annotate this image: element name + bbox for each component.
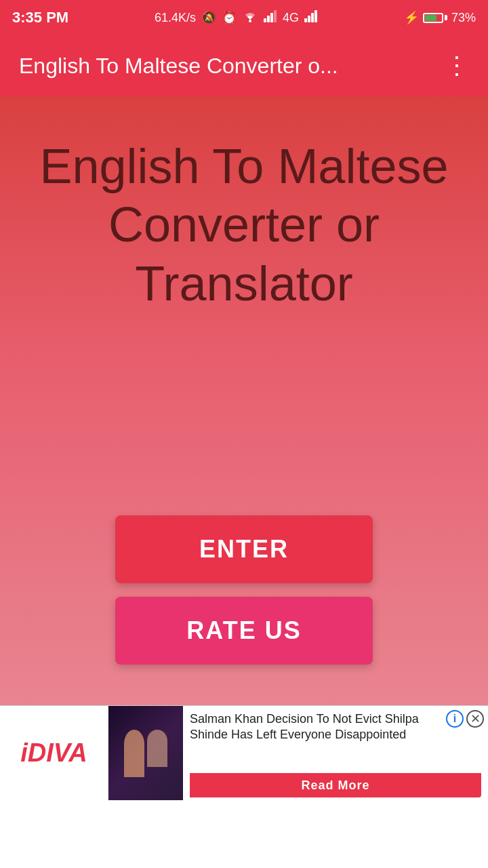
- status-time: 3:35 PM: [12, 9, 68, 26]
- rate-us-button[interactable]: RATE US: [115, 597, 373, 665]
- ad-controls: i ✕: [446, 710, 484, 728]
- mute-icon: 🔕: [201, 10, 216, 25]
- battery-percent: 73%: [451, 11, 476, 25]
- svg-rect-3: [270, 13, 273, 22]
- battery-icon: [423, 13, 447, 23]
- status-center: 61.4K/s 🔕 ⏰ 4G: [155, 10, 318, 26]
- bolt-icon: ⚡: [404, 10, 419, 25]
- ad-read-more-button[interactable]: Read More: [190, 773, 481, 797]
- signal2-icon: [304, 10, 318, 26]
- status-bar: 3:35 PM 61.4K/s 🔕 ⏰ 4G: [0, 0, 488, 35]
- overflow-menu-icon[interactable]: ⋮: [445, 52, 469, 80]
- ad-content: i ✕ Salman Khan Decision To Not Evict Sh…: [183, 706, 488, 800]
- ad-close-button[interactable]: ✕: [466, 710, 484, 728]
- main-content: English To Maltese Converter or Translat…: [0, 96, 488, 800]
- svg-rect-5: [304, 18, 307, 22]
- svg-point-0: [249, 20, 251, 22]
- buttons-container: ENTER RATE US: [0, 515, 488, 665]
- enter-button[interactable]: ENTER: [115, 515, 373, 583]
- wifi-icon: [242, 10, 258, 26]
- status-right: ⚡ 73%: [404, 10, 476, 25]
- ad-info-button[interactable]: i: [446, 710, 464, 728]
- svg-rect-8: [314, 10, 317, 22]
- alarm-icon: ⏰: [222, 10, 237, 25]
- ad-banner: iDIVA i ✕ Salman Khan Decision To Not Ev…: [0, 705, 488, 800]
- network-type: 4G: [283, 11, 299, 25]
- ad-image: [108, 706, 183, 800]
- ad-headline: Salman Khan Decision To Not Evict Shilpa…: [190, 711, 481, 773]
- svg-rect-4: [274, 10, 277, 22]
- idiva-brand: iDIVA: [20, 738, 87, 768]
- hero-title: English To Maltese Converter or Translat…: [0, 96, 488, 313]
- signal-icon: [264, 10, 277, 26]
- ad-logo: iDIVA: [0, 706, 108, 800]
- svg-rect-7: [311, 13, 314, 22]
- svg-rect-1: [264, 18, 266, 22]
- app-title: English To Maltese Converter o...: [19, 54, 338, 79]
- network-speed: 61.4K/s: [155, 11, 196, 25]
- svg-rect-2: [267, 16, 270, 22]
- svg-rect-6: [308, 16, 310, 22]
- app-bar: English To Maltese Converter o... ⋮: [0, 35, 488, 96]
